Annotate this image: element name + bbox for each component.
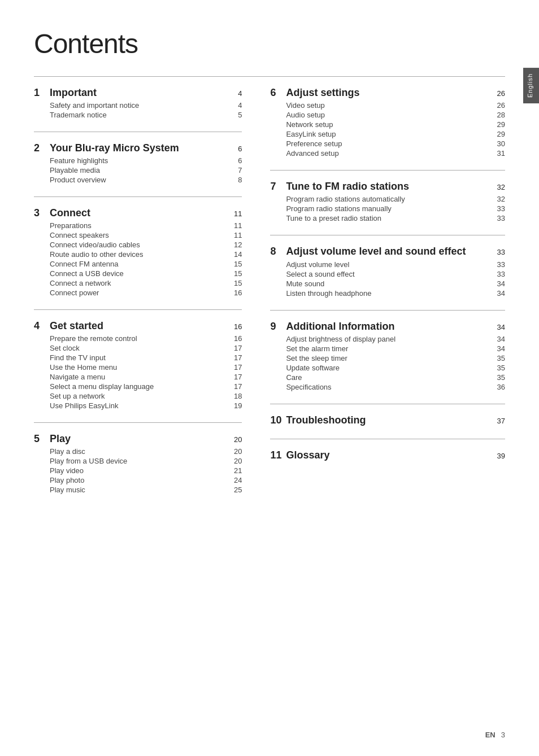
- entry-text-6-2: Network setup: [286, 120, 488, 129]
- entry-page-6-0: 26: [488, 101, 505, 110]
- entry-page-9-0: 34: [488, 335, 505, 343]
- entry-text-5-2: Play video: [50, 466, 225, 475]
- section-num-7: 7: [270, 181, 286, 193]
- left-column: 1Important4Safety and important notice4T…: [34, 87, 259, 506]
- section-10: 10Troubleshooting37: [270, 404, 505, 426]
- entry-page-3-6: 15: [225, 279, 242, 287]
- page-title: Contents: [34, 28, 505, 59]
- entry-5-1: Play from a USB device20: [34, 457, 242, 465]
- section-num-6: 6: [270, 87, 286, 99]
- entry-page-3-0: 11: [225, 221, 242, 230]
- entry-text-3-6: Connect a network: [50, 279, 225, 287]
- entry-text-5-0: Play a disc: [50, 447, 225, 456]
- entry-page-3-2: 12: [225, 241, 242, 249]
- entry-3-5: Connect a USB device15: [34, 269, 242, 278]
- entry-page-2-1: 7: [225, 166, 242, 174]
- entry-page-5-4: 25: [225, 486, 242, 494]
- entry-page-4-2: 17: [225, 353, 242, 362]
- footer-lang: EN: [485, 731, 495, 739]
- section-title-2: Your Blu-ray Micro System: [50, 142, 225, 154]
- entry-page-9-5: 36: [488, 383, 505, 391]
- entry-3-1: Connect speakers11: [34, 231, 242, 239]
- entry-7-1: Program radio stations manually33: [270, 204, 505, 213]
- entry-text-8-3: Listen through headphone: [286, 289, 488, 298]
- entry-page-6-2: 29: [488, 120, 505, 129]
- section-num-9: 9: [270, 321, 286, 333]
- entry-text-9-0: Adjust brightness of display panel: [286, 335, 488, 343]
- section-page-9: 34: [488, 323, 505, 331]
- entry-text-6-4: Preference setup: [286, 139, 488, 148]
- entry-4-0: Prepare the remote control16: [34, 334, 242, 343]
- entry-text-2-2: Product overview: [50, 176, 225, 184]
- entry-text-3-2: Connect video/audio cables: [50, 241, 225, 249]
- section-header-5: 5Play20: [34, 433, 242, 445]
- entry-text-1-0: Safety and important notice: [50, 101, 225, 110]
- section-2: 2Your Blu-ray Micro System6Feature highl…: [34, 132, 242, 184]
- entry-1-1: Trademark notice5: [34, 111, 242, 119]
- section-title-8: Adjust volume level and sound effect: [286, 246, 488, 258]
- entry-5-3: Play photo24: [34, 476, 242, 484]
- entry-page-8-3: 34: [488, 289, 505, 298]
- section-header-7: 7Tune to FM radio stations32: [270, 181, 505, 193]
- section-header-11: 11Glossary39: [270, 449, 505, 461]
- section-1: 1Important4Safety and important notice4T…: [34, 87, 242, 119]
- entry-6-2: Network setup29: [270, 120, 505, 129]
- entry-page-3-1: 11: [225, 231, 242, 239]
- section-header-4: 4Get started16: [34, 320, 242, 332]
- section-divider-8: [270, 235, 505, 235]
- section-page-3: 11: [225, 209, 242, 218]
- entry-page-4-6: 18: [225, 392, 242, 400]
- section-title-1: Important: [50, 87, 225, 99]
- entry-page-4-7: 19: [225, 401, 242, 410]
- section-8: 8Adjust volume level and sound effect33A…: [270, 235, 505, 298]
- section-title-10: Troubleshooting: [286, 414, 488, 426]
- section-6: 6Adjust settings26Video setup26Audio set…: [270, 87, 505, 158]
- entry-page-3-4: 15: [225, 260, 242, 268]
- entry-text-3-0: Preparations: [50, 221, 225, 230]
- entry-3-6: Connect a network15: [34, 279, 242, 287]
- entry-text-9-3: Update software: [286, 364, 488, 372]
- entry-page-2-2: 8: [225, 176, 242, 184]
- section-divider-4: [34, 309, 242, 310]
- entry-text-1-1: Trademark notice: [50, 111, 225, 119]
- top-divider: [34, 76, 505, 77]
- section-num-4: 4: [34, 320, 50, 332]
- entry-4-1: Set clock17: [34, 344, 242, 352]
- entry-page-6-3: 29: [488, 130, 505, 138]
- section-page-4: 16: [225, 322, 242, 331]
- section-header-9: 9Additional Information34: [270, 321, 505, 333]
- section-divider-11: [270, 439, 505, 439]
- section-title-4: Get started: [50, 320, 225, 332]
- entry-6-4: Preference setup30: [270, 139, 505, 148]
- section-num-3: 3: [34, 207, 50, 219]
- entry-page-4-5: 17: [225, 382, 242, 391]
- entry-page-4-4: 17: [225, 373, 242, 381]
- entry-9-2: Set the sleep timer35: [270, 354, 505, 362]
- entry-7-0: Program radio stations automatically32: [270, 195, 505, 203]
- entry-6-5: Advanced setup31: [270, 149, 505, 158]
- entry-page-6-4: 30: [488, 139, 505, 148]
- entry-page-8-1: 33: [488, 270, 505, 278]
- entry-text-5-3: Play photo: [50, 476, 225, 484]
- entry-5-0: Play a disc20: [34, 447, 242, 456]
- entry-text-5-4: Play music: [50, 486, 225, 494]
- entry-9-4: Care35: [270, 373, 505, 382]
- section-page-6: 26: [488, 89, 505, 98]
- entry-6-3: EasyLink setup29: [270, 130, 505, 138]
- entry-page-3-5: 15: [225, 269, 242, 278]
- entry-page-5-3: 24: [225, 476, 242, 484]
- entry-6-1: Audio setup28: [270, 111, 505, 119]
- entry-5-4: Play music25: [34, 486, 242, 494]
- section-divider-7: [270, 170, 505, 171]
- entry-text-6-1: Audio setup: [286, 111, 488, 119]
- entry-page-7-1: 33: [488, 204, 505, 213]
- entry-8-2: Mute sound34: [270, 279, 505, 288]
- entry-page-6-5: 31: [488, 149, 505, 158]
- section-header-10: 10Troubleshooting37: [270, 414, 505, 426]
- entry-text-4-1: Set clock: [50, 344, 225, 352]
- entry-3-0: Preparations11: [34, 221, 242, 230]
- entry-page-9-1: 34: [488, 344, 505, 353]
- entry-page-1-1: 5: [225, 111, 242, 119]
- section-page-5: 20: [225, 435, 242, 444]
- entry-2-1: Playable media7: [34, 166, 242, 174]
